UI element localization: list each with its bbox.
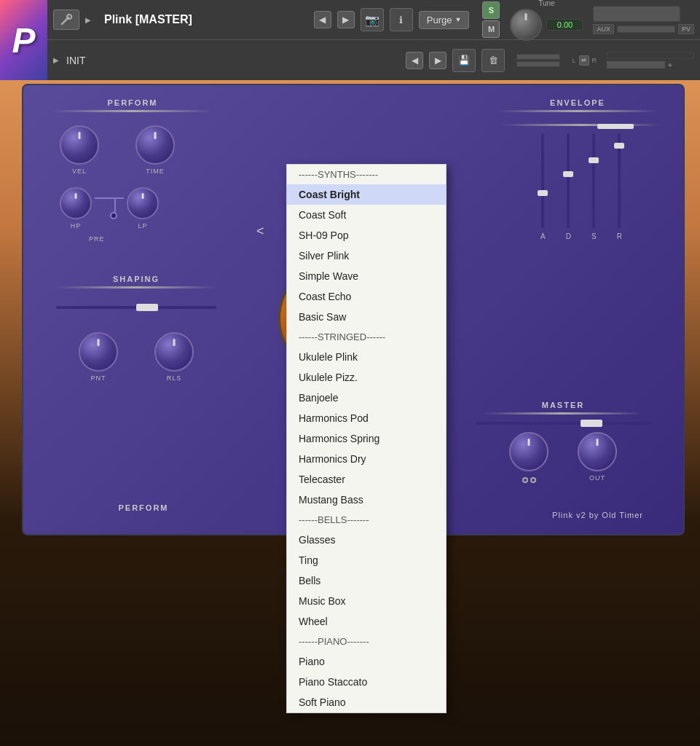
menu-item[interactable]: Silver Plink [287,246,446,266]
pan-knob-group [509,432,548,483]
out-label: OUT [589,474,605,482]
menu-item[interactable]: Coast Echo [287,286,446,307]
mini-fader-1[interactable] [516,54,560,60]
preset-prev-btn[interactable]: < [256,224,264,239]
menu-item[interactable]: Glasses [287,530,446,550]
menu-item[interactable]: Ting [287,550,446,570]
stereo-icon: ⇄ [579,55,589,66]
release-label: R [617,232,622,240]
sustain-track[interactable] [592,133,595,228]
perform-divider [52,110,213,112]
menu-item[interactable]: Music Box [287,591,446,611]
tune-knob[interactable] [510,9,542,41]
plus-icon: + [668,61,672,69]
shaping-slider[interactable] [56,306,216,309]
stereo-meter-bar [607,52,694,59]
tool-icon-button[interactable] [53,9,79,30]
aux-meter [617,25,675,33]
decay-track[interactable] [567,133,570,228]
decay-label: D [566,232,571,240]
menu-category: ------PIANO------- [287,632,446,651]
purge-button[interactable]: Purge ▼ [419,11,470,29]
release-thumb [614,143,624,149]
volume-slider[interactable] [607,61,665,68]
attack-track[interactable] [541,133,544,228]
menu-item[interactable]: Simple Wave [287,266,446,286]
info-button[interactable]: ℹ [390,8,413,31]
hp-label: HP [71,222,82,229]
title-arrow: ▶ [85,16,91,24]
mini-fader-2[interactable] [516,61,560,67]
menu-item[interactable]: Ukulele Pizz. [287,367,446,388]
logo-icon: P [12,20,35,60]
vel-knob-group: VEL [60,125,99,175]
init-prev[interactable]: ◀ [406,52,423,69]
menu-item[interactable]: SH-09 Pop [287,225,446,246]
menu-item[interactable]: Harmonics Pod [287,408,446,428]
out-knob-group: OUT [578,432,617,483]
menu-category: ------STRINGED------ [287,327,446,347]
menu-item[interactable]: Ukulele Plink [287,347,446,367]
menu-item[interactable]: Soft Piano [287,692,446,712]
menu-category: ------BELLS------- [287,510,446,530]
tune-label: Tune [538,0,554,7]
master-slider[interactable] [476,422,650,425]
pnt-rls-row: PNT RLS [38,332,235,382]
version-text: Plink v2 by Old Timer [552,511,643,519]
perform-bottom-section: PERFORM [45,503,242,512]
s-button[interactable]: S [482,1,500,19]
init-next[interactable]: ▶ [429,52,447,69]
menu-item[interactable]: Wheel [287,611,446,632]
menu-item[interactable]: Bells [287,570,446,591]
menu-item[interactable]: Piano [287,651,446,672]
menu-item[interactable]: Coast Soft [287,205,446,225]
main-title: Plink [MASTER] [98,13,308,26]
hp-knob[interactable] [60,187,92,219]
logo-box: P [0,0,47,80]
menu-item[interactable]: Piano Staccato [287,672,446,692]
svg-point-1 [67,15,71,19]
link-left [522,477,528,483]
menu-item[interactable]: Banjoele [287,388,446,408]
m-button[interactable]: M [482,20,500,38]
vel-knob[interactable] [60,125,99,165]
delete-button[interactable]: 🗑 [481,49,505,72]
sustain-label: S [591,232,597,240]
menu-item[interactable]: Basic Saw [287,307,446,327]
purge-arrow: ▼ [455,16,462,23]
menu-item[interactable]: Harmonics Dry [287,449,446,469]
meter-l: L [572,57,575,64]
master-section: MASTER OUT [465,401,661,483]
menu-item[interactable]: Coast Bright [287,184,446,205]
save-button[interactable]: 💾 [452,49,476,72]
menu-item[interactable]: Harmonics Spring [287,428,446,449]
out-knob[interactable] [578,432,617,471]
lp-knob[interactable] [127,187,159,219]
camera-button[interactable]: 📷 [361,8,384,31]
wrench-icon [60,13,73,26]
master-knobs-row: OUT [465,432,661,483]
rls-knob[interactable] [154,332,194,372]
pan-knob[interactable] [509,432,548,471]
connector-line [95,197,124,199]
menu-item[interactable]: Mustang Bass [287,490,446,510]
filter-connector [95,183,124,219]
pre-label: PRE [89,235,105,243]
next-button[interactable]: ▶ [337,11,355,28]
release-track[interactable] [618,133,621,228]
shaping-section: SHAPING PNT RLS [38,275,235,382]
adsr-section: A D S R [501,125,661,240]
meter-r: R [592,57,597,64]
sustain-slider-group: S [591,133,597,240]
connector-v [114,199,116,212]
time-label: TIME [146,168,165,175]
rls-knob-group: RLS [154,332,194,382]
connector-dot [110,212,117,219]
attack-thumb [538,190,548,196]
prev-button[interactable]: ◀ [314,11,331,28]
time-knob[interactable] [135,125,175,165]
envelope-section-title: ENVELOPE [472,98,683,112]
envelope-slider-top[interactable] [501,124,661,126]
pnt-knob[interactable] [79,332,118,372]
menu-item[interactable]: Telecaster [287,469,446,490]
